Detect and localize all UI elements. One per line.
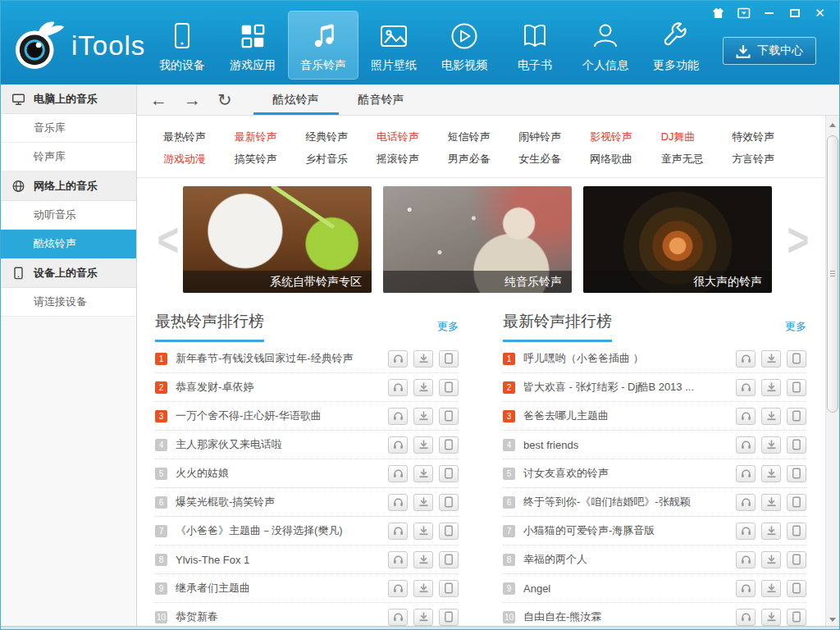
ringtone-row[interactable]: 7 小猫猫的可爱铃声-海豚音版 (503, 517, 806, 546)
download-button[interactable] (761, 580, 781, 597)
send-to-device-button[interactable] (439, 523, 459, 540)
send-to-device-button[interactable] (787, 408, 806, 425)
refresh-button[interactable]: ↻ (217, 91, 232, 108)
download-button[interactable] (413, 551, 433, 568)
send-to-device-button[interactable] (787, 523, 806, 540)
ringtone-row[interactable]: 7 《小爸爸》主题曲－没得选择(樊凡) (155, 517, 459, 546)
category-link[interactable]: 乡村音乐 (305, 152, 377, 167)
ringtone-row[interactable]: 1 新年春节-有钱没钱回家过年-经典铃声 (155, 345, 459, 373)
nav-my-device[interactable]: 我的设备 (147, 11, 217, 80)
listen-button[interactable] (388, 551, 408, 568)
nav-more-features[interactable]: 更多功能 (641, 11, 711, 80)
ringtone-row[interactable]: 6 爆笑光棍歌-搞笑铃声 (155, 488, 459, 517)
ringtone-row[interactable]: 8 Ylvis-The Fox 1 (155, 546, 459, 574)
ringtone-row[interactable]: 4 主人那家伙又来电话啦 (155, 431, 459, 459)
category-link[interactable]: 最新铃声 (235, 130, 306, 144)
send-to-device-button[interactable] (439, 408, 459, 425)
menu-button[interactable] (731, 5, 756, 21)
tab-kuyin-ringtones[interactable]: 酷音铃声 (339, 84, 424, 115)
nav-photos-wallpaper[interactable]: 照片壁纸 (358, 11, 429, 80)
nav-movies-video[interactable]: 电影视频 (429, 11, 500, 80)
download-button[interactable] (413, 350, 433, 368)
listen-button[interactable] (388, 350, 408, 368)
download-button[interactable] (413, 609, 433, 626)
ringtone-row[interactable]: 2 恭喜发财-卓依婷 (155, 373, 459, 402)
listen-button[interactable] (388, 580, 408, 597)
send-to-device-button[interactable] (787, 350, 806, 368)
ringtone-row[interactable]: 10 恭贺新春 (155, 603, 459, 630)
ringtone-row[interactable]: 3 一万个舍不得-庄心妍-华语歌曲 (155, 402, 459, 431)
category-link[interactable]: 短信铃声 (448, 130, 519, 144)
download-button[interactable] (761, 408, 781, 425)
download-button[interactable] (761, 523, 781, 540)
sidebar-item-connect-device[interactable]: 请连接设备 (1, 288, 136, 317)
maximize-button[interactable] (782, 5, 807, 21)
category-link[interactable]: 摇滚铃声 (377, 152, 448, 167)
nav-personal-info[interactable]: 个人信息 (570, 11, 641, 80)
sidebar-item-music-library[interactable]: 音乐库 (1, 114, 136, 143)
tab-cool-ringtones[interactable]: 酷炫铃声 (253, 84, 339, 115)
listen-button[interactable] (388, 465, 408, 482)
send-to-device-button[interactable] (439, 609, 459, 626)
nav-music-ringtones[interactable]: 音乐铃声 (288, 11, 358, 80)
category-link[interactable]: 经典铃声 (305, 130, 377, 144)
listen-button[interactable] (388, 436, 408, 454)
banner-loud-ringtones[interactable]: 很大声的铃声 (583, 186, 772, 293)
skin-button[interactable] (705, 5, 731, 21)
carousel-prev-button[interactable]: < (153, 212, 183, 267)
category-link[interactable]: 男声必备 (448, 152, 519, 167)
nav-ebooks[interactable]: 电子书 (500, 11, 570, 80)
download-button[interactable] (761, 350, 781, 368)
download-button[interactable] (413, 494, 433, 511)
banner-system-ringtones[interactable]: 系统自带铃声专区 (183, 186, 372, 293)
ringtone-row[interactable]: 8 幸福的两个人 (503, 546, 806, 574)
carousel-next-button[interactable]: > (783, 212, 813, 267)
listen-button[interactable] (736, 494, 756, 511)
nav-game-apps[interactable]: 游戏应用 (217, 11, 288, 80)
download-button[interactable] (761, 465, 781, 482)
send-to-device-button[interactable] (439, 494, 459, 511)
listen-button[interactable] (736, 465, 756, 482)
download-button[interactable] (413, 580, 433, 597)
scrollbar-thumb[interactable] (827, 135, 838, 413)
category-link[interactable]: 最热铃声 (163, 130, 235, 144)
ringtone-row[interactable]: 2 皆大欢喜 - 张灯结彩 - Dj酷B 2013 ... (503, 373, 806, 402)
download-button[interactable] (761, 379, 781, 396)
listen-button[interactable] (388, 494, 408, 511)
send-to-device-button[interactable] (787, 551, 806, 568)
download-button[interactable] (761, 436, 781, 454)
send-to-device-button[interactable] (787, 609, 806, 626)
back-button[interactable]: ← (150, 91, 167, 108)
listen-button[interactable] (388, 609, 408, 626)
category-link[interactable]: 童声无忌 (661, 152, 733, 167)
send-to-device-button[interactable] (787, 465, 806, 482)
listen-button[interactable] (736, 551, 756, 568)
listen-button[interactable] (736, 580, 756, 597)
send-to-device-button[interactable] (787, 379, 806, 396)
category-link[interactable]: 搞笑铃声 (235, 152, 306, 167)
category-link[interactable]: 特效铃声 (732, 130, 803, 144)
ringtone-row[interactable]: 6 终于等到你-《咱们结婚吧》-张靓颖 (503, 488, 806, 517)
download-button[interactable] (761, 551, 781, 568)
send-to-device-button[interactable] (439, 436, 459, 454)
category-link[interactable]: 网络歌曲 (590, 152, 661, 167)
ringtone-row[interactable]: 1 呼儿嘿哟（小爸爸插曲 ） (503, 345, 806, 373)
send-to-device-button[interactable] (439, 580, 459, 597)
category-link[interactable]: 闹钟铃声 (518, 130, 590, 144)
listen-button[interactable] (736, 408, 756, 425)
download-button[interactable] (413, 523, 433, 540)
ringtone-row[interactable]: 5 火火的姑娘 (155, 459, 459, 488)
more-link[interactable]: 更多 (785, 319, 806, 342)
ringtone-row[interactable]: 9 继承者们主题曲 (155, 574, 459, 603)
listen-button[interactable] (736, 523, 756, 540)
listen-button[interactable] (736, 350, 756, 368)
category-link[interactable]: 电话铃声 (377, 130, 448, 144)
listen-button[interactable] (736, 609, 756, 626)
download-button[interactable] (413, 408, 433, 425)
send-to-device-button[interactable] (787, 494, 806, 511)
more-link[interactable]: 更多 (437, 319, 459, 342)
ringtone-row[interactable]: 10 自由自在-熊汝霖 (503, 603, 806, 630)
banner-pure-music[interactable]: 纯音乐铃声 (383, 186, 572, 293)
listen-button[interactable] (736, 379, 756, 396)
forward-button[interactable]: → (184, 91, 201, 108)
